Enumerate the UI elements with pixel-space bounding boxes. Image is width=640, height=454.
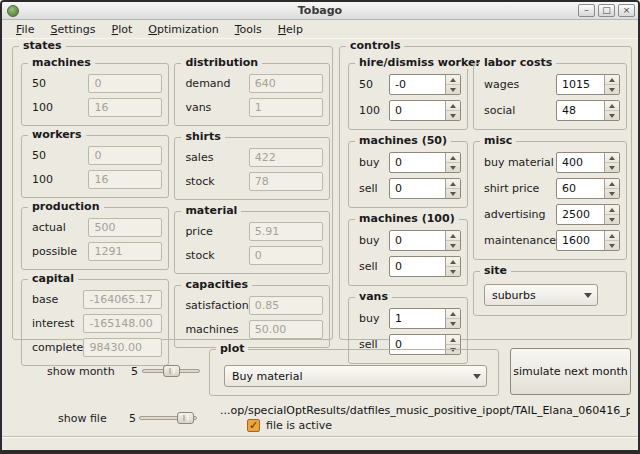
spin-up-icon[interactable] (605, 179, 619, 189)
field-label: 100 (30, 173, 53, 186)
field-label: sell (357, 182, 378, 195)
group-machines-100-title: machines (100) (355, 212, 459, 225)
menu-file[interactable]: File (8, 21, 42, 38)
spin-up-icon[interactable] (605, 153, 619, 163)
spin-value: 0 (390, 101, 445, 120)
simulate-next-month-button[interactable]: simulate next month (510, 348, 631, 395)
field-label: buy (357, 156, 379, 169)
group-shirts: shirts sales422 stock78 (174, 137, 329, 200)
spin-up-icon[interactable] (446, 231, 460, 241)
spin-down-icon[interactable] (605, 215, 619, 224)
spin-up-icon[interactable] (605, 101, 619, 111)
close-button[interactable]: × (618, 4, 635, 17)
spin-up-icon[interactable] (446, 101, 460, 111)
social-spinbox[interactable]: 48 (556, 100, 620, 121)
spin-down-icon[interactable] (446, 85, 460, 94)
field-label: maintenance (482, 234, 556, 247)
field-label: buy (357, 234, 379, 247)
show-month-label: show month (47, 365, 115, 378)
maximize-button[interactable]: □ (598, 4, 615, 17)
field-label: demand (183, 77, 230, 90)
capacities-machines-value: 50.00 (249, 320, 323, 339)
group-hire-dismiss-workers: hire/dismiss workers 50 -0 100 0 (348, 63, 468, 130)
group-distribution: distribution demand640 vans1 (174, 63, 329, 126)
field-label: stock (183, 249, 214, 262)
machines50-sell-spinbox[interactable]: 0 (389, 178, 461, 199)
group-labor-costs: labor costs wages 1015 social 48 (473, 63, 627, 130)
spin-down-icon[interactable] (605, 163, 619, 172)
show-file-label: show file (58, 412, 107, 425)
machines100-buy-spinbox[interactable]: 0 (389, 230, 461, 251)
production-actual-value: 500 (88, 218, 162, 237)
field-label: 50 (30, 149, 46, 162)
spin-value: -0 (390, 75, 445, 94)
field-label: 50 (30, 77, 46, 90)
site-dropdown[interactable]: suburbs (484, 284, 598, 306)
menu-tools[interactable]: Tools (227, 21, 270, 38)
spin-up-icon[interactable] (446, 309, 460, 319)
spin-value: 60 (557, 179, 604, 198)
menu-settings[interactable]: Settings (42, 21, 103, 38)
spin-down-icon[interactable] (605, 241, 619, 250)
show-month-slider[interactable] (142, 365, 200, 377)
wages-spinbox[interactable]: 1015 (556, 74, 620, 95)
spin-up-icon[interactable] (446, 153, 460, 163)
spin-value: 1015 (557, 75, 604, 94)
file-active-checkbox[interactable]: ✓ (247, 419, 260, 432)
buy-material-spinbox[interactable]: 400 (556, 152, 620, 173)
field-label: shirt price (482, 182, 539, 195)
plot-dropdown[interactable]: Buy material (224, 365, 487, 387)
spin-up-icon[interactable] (446, 179, 460, 189)
group-shirts-title: shirts (181, 130, 224, 143)
spin-down-icon[interactable] (446, 319, 460, 328)
field-label: sell (357, 260, 378, 273)
spin-down-icon[interactable] (605, 189, 619, 198)
menu-plot[interactable]: Plot (104, 21, 141, 38)
spin-up-icon[interactable] (446, 75, 460, 85)
menu-plot-label: lot (118, 23, 132, 36)
field-label: social (482, 104, 515, 117)
spin-up-icon[interactable] (446, 257, 460, 267)
group-workers: workers 500 10016 (21, 135, 169, 198)
slider-handle[interactable] (177, 412, 194, 424)
group-workers-title: workers (28, 128, 86, 141)
capacities-satisfaction-value: 0.85 (249, 296, 323, 315)
field-label: 50 (357, 78, 373, 91)
spin-up-icon[interactable] (446, 335, 460, 345)
shirts-sales-value: 422 (249, 148, 323, 167)
machines50-buy-spinbox[interactable]: 0 (389, 152, 461, 173)
spin-down-icon[interactable] (446, 241, 460, 250)
hire-50-spinbox[interactable]: -0 (389, 74, 461, 95)
group-misc-title: misc (480, 134, 516, 147)
spin-down-icon[interactable] (446, 189, 460, 198)
field-label: wages (482, 78, 519, 91)
menubar: File Settings Plot Optimization Tools He… (2, 20, 638, 39)
spin-up-icon[interactable] (605, 205, 619, 215)
spin-down-icon[interactable] (605, 111, 619, 120)
slider-handle[interactable] (163, 365, 180, 377)
hire-100-spinbox[interactable]: 0 (389, 100, 461, 121)
menu-optimization-mnemonic: O (148, 23, 157, 36)
spin-up-icon[interactable] (605, 231, 619, 241)
spin-up-icon[interactable] (605, 75, 619, 85)
field-label: 100 (30, 101, 53, 114)
menu-optimization[interactable]: Optimization (140, 21, 226, 38)
maintenance-spinbox[interactable]: 1600 (556, 230, 620, 251)
vans-buy-spinbox[interactable]: 1 (389, 308, 461, 329)
advertising-spinbox[interactable]: 2500 (556, 204, 620, 225)
field-label: machines (183, 323, 238, 336)
spin-down-icon[interactable] (446, 267, 460, 276)
group-vans-title: vans (355, 290, 392, 303)
show-file-slider[interactable] (139, 412, 197, 424)
shirt-price-spinbox[interactable]: 60 (556, 178, 620, 199)
spin-down-icon[interactable] (605, 85, 619, 94)
machines100-sell-spinbox[interactable]: 0 (389, 256, 461, 277)
minimize-button[interactable]: – (578, 4, 595, 17)
field-label: stock (183, 175, 214, 188)
show-month-value: 5 (131, 365, 138, 378)
spin-down-icon[interactable] (446, 111, 460, 120)
spin-down-icon[interactable] (446, 163, 460, 172)
menu-help[interactable]: Help (270, 21, 311, 38)
field-label: complete (30, 341, 83, 354)
field-label: 100 (357, 104, 380, 117)
